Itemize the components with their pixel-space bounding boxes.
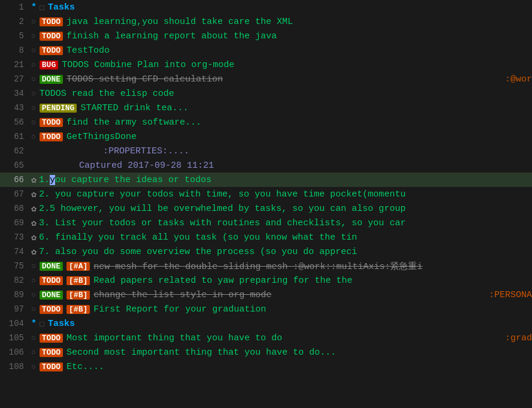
ln-73: 73 [0, 230, 29, 244]
bullet-105: ○ [31, 334, 36, 343]
line-5: ○ TODO finish a learning report about th… [29, 29, 532, 43]
cursor-66: y [50, 175, 55, 185]
text-43: STARTED drink tea... [80, 103, 188, 113]
ln-21: 21 [0, 58, 29, 72]
badge-cat-b-97: [#B] [66, 305, 90, 314]
text-73: 6. finally you track all you task (so yo… [39, 232, 357, 243]
badge-todo-56: TODO [40, 118, 63, 127]
heading-tasks-1: Tasks [48, 2, 75, 13]
text-89: change the list style in org-mode [93, 290, 271, 300]
ln-56: 56 [0, 115, 29, 129]
text-74: 7. also you do some overview the process… [39, 247, 357, 257]
badge-cat-b-89: [#B] [66, 291, 90, 300]
heading-tasks-104: Tasks [48, 319, 75, 329]
text-62: :PROPERTIES:.... [103, 146, 189, 156]
badge-cat-a-75: [#A] [66, 262, 90, 271]
line-67: ✿ 2. you capture your todos with time, s… [29, 187, 532, 201]
ln-108: 108 [0, 359, 29, 374]
line-68: ✿ 2.5 however, you will be overwhelmed b… [29, 201, 532, 216]
line-69: ✿ 3. List your todos or tasks with routi… [29, 216, 532, 230]
line-2: ○ TODO java learning,you should take car… [29, 14, 532, 29]
ln-68: 68 [0, 201, 29, 216]
bullet-5: ○ [31, 32, 36, 41]
bullet-61: ○ [31, 132, 36, 141]
bullet-82: ○ [31, 276, 36, 285]
bullet-89: ○ [31, 291, 36, 300]
line-21: ○ BUG TODOS Combine Plan into org-mode [29, 58, 532, 72]
line-56: ○ TODO find the army software... [29, 115, 532, 129]
ln-75: 75 [0, 259, 29, 273]
ln-61: 61 [0, 129, 29, 144]
text-68: 2.5 however, you will be overwhelmed by … [39, 204, 406, 214]
line-27: ○ DONE TODOS setting CFD calculation :@w… [29, 72, 532, 86]
badge-cat-b-82: [#B] [66, 276, 90, 285]
text-105: Most important thing that you have to do [66, 333, 282, 343]
ln-43: 43 [0, 101, 29, 115]
ln-69: 69 [0, 216, 29, 230]
text-66: 1. [39, 175, 50, 185]
text-5: finish a learning report about the java [66, 31, 277, 41]
ln-89: 89 [0, 288, 29, 302]
star-67: ✿ [31, 189, 37, 200]
badge-pending-43: PENDING [40, 104, 77, 113]
badge-todo-97: TODO [40, 305, 63, 314]
badge-todo-5: TODO [40, 32, 63, 41]
bullet-21: ○ [31, 61, 36, 69]
badge-todo-105: TODO [40, 334, 63, 343]
line-97: ○ TODO [#B] First Report for your gradua… [29, 302, 532, 316]
star-74: ✿ [31, 246, 37, 258]
line-1: * ☐ Tasks [29, 0, 532, 14]
bullet-27: ○ [31, 75, 36, 84]
tag-89: :PERSONA [489, 290, 532, 300]
badge-done-89: DONE [40, 291, 63, 300]
badge-todo-8: TODO [40, 46, 63, 55]
ln-106: 106 [0, 345, 29, 359]
line-62: :PROPERTIES:.... [29, 144, 532, 158]
badge-todo-108: TODO [40, 362, 63, 371]
checkbox-1: ☐ [39, 2, 44, 13]
badge-todo-82: TODO [40, 276, 63, 285]
line-75: ○ DONE [#A] new mesh for the double-slid… [29, 259, 532, 273]
ln-67: 67 [0, 187, 29, 201]
line-74: ✿ 7. also you do some overview the proce… [29, 244, 532, 259]
text-65: Captured 2017-09-28 11:21 [79, 161, 214, 171]
ln-5: 5 [0, 29, 29, 43]
text-27: TODOS setting CFD calculation [66, 74, 223, 84]
ln-104: 104 [0, 316, 29, 331]
line-43: ○ PENDING STARTED drink tea... [29, 101, 532, 115]
text-75: new mesh for the double-sliding mesh :@w… [93, 261, 422, 272]
text-82: Read papers related to yaw preparing for… [93, 276, 352, 286]
heading-star-104: * [31, 319, 37, 329]
ln-8: 8 [0, 43, 29, 58]
ln-2: 2 [0, 14, 29, 29]
ln-66: 66 [0, 173, 29, 187]
ln-1: 1 [0, 0, 29, 14]
badge-todo-61: TODO [40, 132, 63, 141]
line-73: ✿ 6. finally you track all you task (so … [29, 230, 532, 244]
text-108: Etc.... [66, 362, 104, 372]
text-2: java learning,you should take care the X… [66, 17, 293, 27]
line-108: ○ TODO Etc.... [29, 359, 532, 374]
line-66: ✿ 1. you capture the ideas or todos [29, 173, 532, 187]
tag-27: :@wor [505, 74, 532, 84]
line-8: ○ TODO TestTodo [29, 43, 532, 58]
ln-97: 97 [0, 302, 29, 316]
bullet-75: ○ [31, 262, 36, 271]
star-66: ✿ [31, 174, 37, 186]
text-21: TODOS Combine Plan into org-mode [62, 60, 234, 70]
text-67: 2. you capture your todos with time, so … [39, 189, 406, 200]
bullet-56: ○ [31, 118, 36, 127]
line-82: ○ TODO [#B] Read papers related to yaw p… [29, 273, 532, 288]
editor-content[interactable]: * ☐ Tasks ○ TODO java learning,you shoul… [29, 0, 532, 408]
heading-star-1: * [31, 2, 37, 13]
line-105: ○ TODO Most important thing that you hav… [29, 331, 532, 345]
tag-105: :grad [505, 333, 532, 343]
text-106: Second most important thing that you hav… [66, 347, 336, 358]
bullet-43: ○ [31, 104, 36, 113]
text-69: 3. List your todos or tasks with routine… [39, 218, 406, 228]
bullet-34: ○ [31, 89, 36, 98]
ln-65: 65 [0, 158, 29, 173]
ln-27: 27 [0, 72, 29, 86]
checkbox-104: ☐ [39, 318, 44, 330]
bullet-97: ○ [31, 305, 36, 314]
